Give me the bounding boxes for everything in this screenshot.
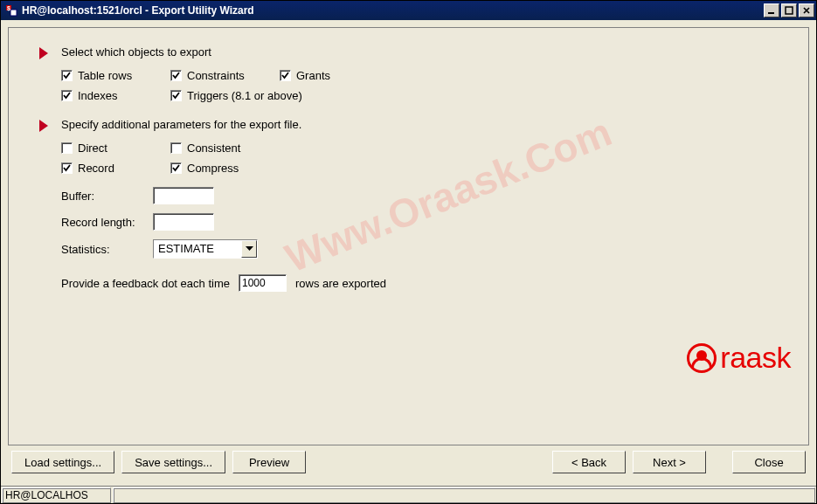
app-icon: $ — [4, 3, 18, 17]
minimize-button[interactable] — [764, 3, 779, 17]
label-direct: Direct — [78, 142, 107, 155]
svg-rect-1 — [10, 10, 17, 16]
select-statistics[interactable]: ESTIMATE — [153, 239, 258, 259]
section-objects: Select which objects to export Table row… — [61, 45, 808, 102]
input-record-length[interactable] — [153, 213, 214, 231]
checkbox-record[interactable] — [61, 162, 73, 174]
close-button[interactable] — [799, 3, 814, 17]
back-button[interactable]: < Back — [552, 451, 626, 473]
label-record-length: Record length: — [61, 216, 144, 229]
window-title: HR@localhost:1521/orcl - Export Utility … — [22, 4, 762, 17]
svg-rect-3 — [768, 12, 774, 14]
label-consistent: Consistent — [187, 142, 240, 155]
label-statistics: Statistics: — [61, 243, 144, 256]
section-parameters: Specify additional parameters for the ex… — [61, 118, 808, 292]
chevron-down-icon[interactable] — [241, 240, 257, 258]
label-record: Record — [78, 162, 114, 175]
close-dialog-button[interactable]: Close — [732, 451, 806, 473]
input-feedback-rows[interactable] — [239, 274, 287, 292]
content-area: Www.Oraask.Com Select which objects to e… — [1, 20, 816, 486]
feedback-suffix: rows are exported — [295, 277, 386, 290]
feedback-prefix: Provide a feedback dot each time — [61, 277, 230, 290]
checkbox-indexes[interactable] — [61, 90, 73, 101]
checkbox-grants[interactable] — [280, 70, 291, 81]
status-pane-empty — [113, 487, 815, 503]
label-compress: Compress — [187, 162, 239, 175]
input-buffer[interactable] — [153, 187, 214, 204]
brand-logo-icon — [687, 343, 717, 373]
section-arrow-icon — [39, 120, 48, 132]
label-triggers: Triggers (8.1 or above) — [187, 89, 302, 102]
wizard-panel: Www.Oraask.Com Select which objects to e… — [8, 27, 809, 445]
status-connection: HR@LOCALHOS — [2, 487, 111, 503]
title-bar: $ HR@localhost:1521/orcl - Export Utilit… — [1, 1, 816, 20]
button-bar: Load settings... Save settings... Previe… — [8, 445, 809, 479]
section-objects-title: Select which objects to export — [61, 45, 808, 59]
svg-text:$: $ — [7, 5, 10, 12]
checkbox-direct[interactable] — [61, 142, 73, 154]
export-wizard-window: $ HR@localhost:1521/orcl - Export Utilit… — [0, 0, 817, 504]
maximize-button[interactable] — [781, 3, 797, 17]
brand-watermark: raask — [687, 341, 791, 375]
label-grants: Grants — [296, 69, 330, 82]
checkbox-constraints[interactable] — [170, 70, 182, 81]
next-button[interactable]: Next > — [633, 451, 706, 473]
checkbox-triggers[interactable] — [170, 90, 182, 101]
label-table-rows: Table rows — [78, 69, 132, 82]
label-constraints: Constraints — [187, 69, 245, 82]
save-settings-button[interactable]: Save settings... — [121, 451, 225, 473]
section-params-title: Specify additional parameters for the ex… — [61, 118, 808, 131]
preview-button[interactable]: Preview — [232, 451, 306, 473]
brand-logo-text: raask — [720, 341, 791, 375]
select-statistics-value: ESTIMATE — [154, 240, 241, 258]
status-bar: HR@LOCALHOS — [1, 486, 816, 503]
label-indexes: Indexes — [78, 89, 118, 102]
load-settings-button[interactable]: Load settings... — [11, 451, 114, 473]
checkbox-consistent[interactable] — [170, 142, 182, 154]
checkbox-compress[interactable] — [170, 162, 182, 174]
svg-rect-4 — [786, 7, 793, 14]
label-buffer: Buffer: — [61, 190, 144, 203]
checkbox-table-rows[interactable] — [61, 70, 73, 81]
section-arrow-icon — [39, 47, 48, 59]
